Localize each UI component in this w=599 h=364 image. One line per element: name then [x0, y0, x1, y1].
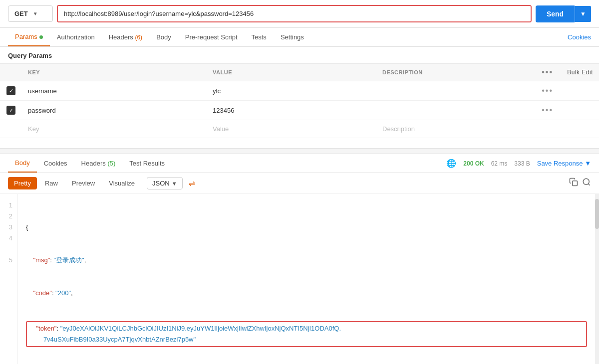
format-tab-raw[interactable]: Raw — [39, 177, 64, 189]
token-key: "token" — [36, 325, 56, 332]
row2-check[interactable]: ✓ — [0, 101, 22, 120]
code-content: { "msg": "登录成功", "code": "200", "token":… — [18, 194, 595, 364]
empty-value[interactable]: Value — [207, 120, 376, 138]
svg-point-1 — [583, 179, 589, 184]
empty-key[interactable]: Key — [22, 120, 207, 138]
query-params-header: Query Params — [0, 47, 599, 63]
method-chevron: ▼ — [33, 11, 38, 16]
row2-description[interactable] — [376, 101, 536, 120]
msg-value: "登录成功" — [53, 256, 84, 264]
row1-value[interactable]: ylc — [207, 81, 376, 101]
row2-value[interactable]: 123456 — [207, 101, 376, 120]
empty-description[interactable]: Description — [376, 120, 536, 138]
json-format-select[interactable]: JSON ▼ — [147, 177, 183, 189]
format-tab-preview[interactable]: Preview — [66, 177, 101, 189]
col-header-check — [0, 64, 22, 81]
response-size: 333 B — [514, 160, 530, 167]
wrap-icon[interactable]: ⇌ — [189, 179, 195, 188]
table-row: ✓ password 123456 ••• — [0, 101, 599, 120]
code-value: "200" — [55, 289, 71, 297]
scrollbar-track[interactable] — [595, 194, 599, 364]
empty-check — [0, 120, 22, 138]
search-icon[interactable] — [582, 178, 591, 189]
svg-rect-0 — [573, 181, 578, 186]
table-row-empty: Key Value Description — [0, 120, 599, 138]
token-value: "eyJ0eXAiOiJKV1QiLCJhbGciOiJIUzI1NiJ9.ey… — [29, 325, 341, 343]
empty-bulk — [559, 120, 599, 138]
row1-description[interactable] — [376, 81, 536, 101]
response-tab-cookies[interactable]: Cookies — [37, 155, 74, 172]
tab-prerequest[interactable]: Pre-request Script — [178, 28, 245, 46]
section-divider — [0, 148, 599, 154]
tab-tests[interactable]: Tests — [245, 28, 274, 46]
response-meta: 🌐 200 OK 62 ms 333 B Save Response ▼ — [446, 159, 591, 168]
row-options-icon[interactable]: ••• — [542, 86, 553, 95]
row2-empty — [559, 101, 599, 120]
tab-settings[interactable]: Settings — [274, 28, 311, 46]
send-button-group: Send ▼ — [536, 5, 591, 22]
bulk-edit-button[interactable]: Bulk Edit — [567, 69, 593, 76]
params-table: KEY VALUE DESCRIPTION ••• Bulk Edit ✓ us… — [0, 63, 599, 138]
row1-key[interactable]: username — [22, 81, 207, 101]
send-dropdown-button[interactable]: ▼ — [575, 6, 591, 22]
col-header-bulk: Bulk Edit — [559, 64, 599, 81]
row2-key[interactable]: password — [22, 101, 207, 120]
response-tab-headers[interactable]: Headers (5) — [74, 155, 123, 172]
request-tabs-row: Params Authorization Headers (6) Body Pr… — [0, 28, 599, 47]
tab-headers[interactable]: Headers (6) — [102, 28, 149, 46]
response-tab-body[interactable]: Body — [8, 154, 37, 173]
line-numbers: 1 2 3 4 5 — [0, 194, 18, 364]
row1-check[interactable]: ✓ — [0, 81, 22, 101]
response-tab-test-results[interactable]: Test Results — [122, 155, 172, 172]
empty-opts — [536, 120, 559, 138]
method-label: GET — [14, 10, 28, 17]
col-header-value: VALUE — [207, 64, 376, 81]
row2-opts[interactable]: ••• — [536, 101, 559, 120]
method-select[interactable]: GET ▼ — [8, 5, 53, 22]
tab-params[interactable]: Params — [8, 28, 50, 46]
row1-empty — [559, 81, 599, 101]
col-header-description: DESCRIPTION — [376, 64, 536, 81]
save-response-button[interactable]: Save Response ▼ — [537, 160, 591, 167]
table-row: ✓ username ylc ••• — [0, 81, 599, 101]
code-key: "code" — [33, 289, 51, 297]
globe-icon: 🌐 — [446, 159, 456, 168]
format-tab-visualize[interactable]: Visualize — [103, 177, 141, 189]
checkbox-checked[interactable]: ✓ — [6, 106, 15, 115]
top-bar: GET ▼ Send ▼ — [0, 0, 599, 28]
cookies-link[interactable]: Cookies — [568, 33, 591, 41]
response-time: 62 ms — [491, 160, 508, 167]
params-dot — [39, 35, 43, 39]
row-options-icon[interactable]: ••• — [542, 106, 553, 114]
format-tabs-row: Pretty Raw Preview Visualize JSON ▼ ⇌ — [0, 173, 599, 194]
row1-opts[interactable]: ••• — [536, 81, 559, 101]
col-header-opts: ••• — [536, 64, 559, 81]
col-header-key: KEY — [22, 64, 207, 81]
url-input[interactable] — [58, 6, 531, 21]
format-tab-pretty[interactable]: Pretty — [8, 177, 37, 189]
send-button[interactable]: Send — [536, 5, 575, 22]
response-tabs-row: Body Cookies Headers (5) Test Results 🌐 … — [0, 154, 599, 173]
msg-key: "msg" — [33, 256, 50, 264]
tab-authorization[interactable]: Authorization — [50, 28, 102, 46]
url-input-wrapper — [57, 5, 532, 22]
svg-line-2 — [588, 183, 590, 185]
copy-icon[interactable] — [569, 178, 578, 189]
tab-body[interactable]: Body — [149, 28, 178, 46]
code-area: 1 2 3 4 5 { "msg": "登录成功", "code": "200"… — [0, 194, 599, 364]
checkbox-checked[interactable]: ✓ — [6, 86, 15, 95]
status-badge: 200 OK — [463, 160, 484, 167]
scrollbar-thumb[interactable] — [595, 199, 599, 229]
